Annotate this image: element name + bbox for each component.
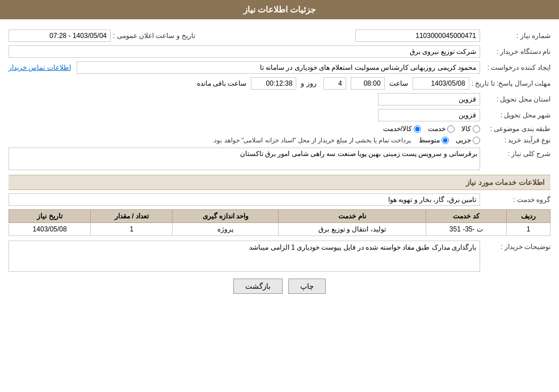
remaining-label: ساعت باقی مانده (197, 79, 247, 87)
cell-radif: 1 (507, 223, 550, 236)
print-button[interactable]: چاپ (288, 279, 326, 294)
page-title: جزئیات اطلاعات نیاز (243, 5, 316, 14)
mohlatErsal-remaining: 00:12:38 (251, 77, 296, 90)
namDastgah-label: نام دستگاه خریدار : (482, 48, 550, 56)
sharh-label: شرح کلی نیاز : (482, 147, 550, 158)
col-kodKhedmat: کد خدمت (426, 210, 506, 223)
ijadKonande-label: ایجاد کننده درخواست : (482, 64, 550, 71)
cell-kodKhedmat: ت -35- 351 (426, 223, 506, 236)
tabaqe-khedmat-label: خدمت (428, 125, 445, 133)
back-button[interactable]: بازگشت (233, 279, 283, 294)
ostan-value: قزوین (378, 93, 480, 106)
page-header: جزئیات اطلاعات نیاز (0, 0, 559, 19)
tabaqe-radio-group: کالا خدمت کالا/خدمت (383, 125, 480, 133)
table-row: 1ت -35- 351تولید، انتقال و توزیع برقپروژ… (9, 223, 550, 236)
shomareNiaz-label: شماره نیاز : (482, 32, 550, 40)
mohlatErsal-saat: 08:00 (351, 77, 385, 90)
khadamat-table: ردیف کد خدمت نام خدمت واحد اندازه گیری ت… (9, 209, 550, 236)
ettelaatTamas-link[interactable]: اطلاعات تماس خریدار (9, 64, 71, 71)
khadamat-section-title: اطلاعات خدمات مورد نیاز (9, 175, 550, 190)
tabaqe-kala-khedmat-radio[interactable] (414, 125, 421, 133)
shahr-value: قزوین (378, 109, 480, 121)
groheKhedmat-label: گروه خدمت : (482, 196, 550, 204)
tarikh-value: 1403/05/04 - 07:28 (9, 29, 111, 42)
tabaqe-khedmat-radio[interactable] (447, 125, 455, 133)
tabaqe-kala-khedmat-label: کالا/خدمت (383, 125, 412, 133)
ostan-label: استان محل تحویل : (482, 95, 550, 103)
sharh-value-display: برقرسانی و سرویس پست زمینی بهین پویا صنع… (9, 147, 480, 170)
roz-label: روز و (301, 79, 316, 87)
tabaqe-kala-label: کالا (461, 125, 471, 133)
col-namKhedmat: نام خدمت (279, 210, 426, 223)
col-tedad: تعداد / مقدار (91, 210, 173, 223)
col-vahed: واحد اندازه گیری (173, 210, 279, 223)
cell-vahed: پروژه (173, 223, 279, 236)
tosihaat-label: توضیحات خریدار : (482, 241, 550, 251)
tarikh-label: تاریخ و ساعت اعلان عمومی : (113, 32, 195, 40)
noeFarayand-jazei-radio[interactable] (473, 137, 480, 144)
groheKhedmat-value: تامین برق، گاز، بخار و تهویه هوا (9, 193, 480, 206)
mohlatErsal-date: 1403/05/08 (413, 77, 469, 90)
noeFarayand-desc: پرداخت تمام یا بخشی از مبلغ خریدار از مح… (212, 137, 411, 144)
ijadKonande-value: محمود کریمی روزبهانی کارشناس مسولیت استع… (77, 61, 480, 74)
mohlatErsal-label: مهلت ارسال پاسخ: تا تاریخ : (472, 79, 550, 87)
button-row: چاپ بازگشت (9, 279, 550, 294)
cell-tedad: 1 (91, 223, 173, 236)
col-tarikh: تاریخ نیاز (9, 210, 91, 223)
tabaqe-kala-radio[interactable] (473, 125, 480, 133)
cell-tarikh: 1403/05/08 (9, 223, 91, 236)
noeFarayand-motavasset-label: متوسط (419, 136, 440, 144)
namDastgah-value: شرکت توزیع نیروی برق (9, 45, 480, 58)
noeFarayand-radio-group: جزیی متوسط (419, 136, 480, 144)
col-radif: ردیف (507, 210, 550, 223)
shahr-label: شهر محل تحویل : (482, 111, 550, 119)
noeFarayand-jazei-label: جزیی (456, 136, 471, 144)
tabaqe-label: طبقه بندی موضوعی : (482, 125, 550, 133)
noeFarayand-label: نوع فرآیند خرید : (482, 136, 550, 144)
mohlatErsal-roz: 4 (323, 77, 346, 90)
tosihaat-value: بارگذاری مدارک طبق مفاد خواسته شده در فا… (9, 241, 480, 272)
shomareNiaz-value: 1103000045000471 (355, 29, 480, 42)
noeFarayand-motavasset-radio[interactable] (442, 137, 449, 144)
saat-label: ساعت (389, 79, 408, 87)
cell-namKhedmat: تولید، انتقال و توزیع برق (279, 223, 426, 236)
